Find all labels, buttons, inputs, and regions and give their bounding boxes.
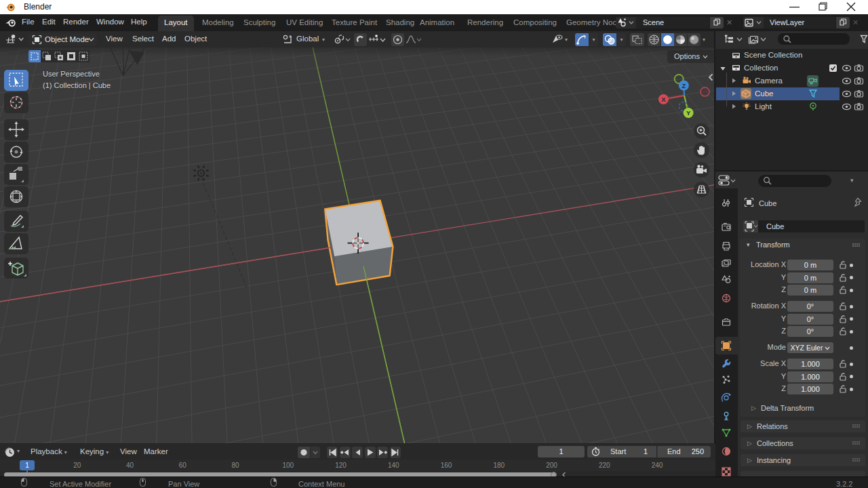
svg-text:Z: Z [682, 82, 686, 89]
svg-text:X: X [661, 96, 666, 103]
svg-text:Y: Y [686, 109, 691, 117]
